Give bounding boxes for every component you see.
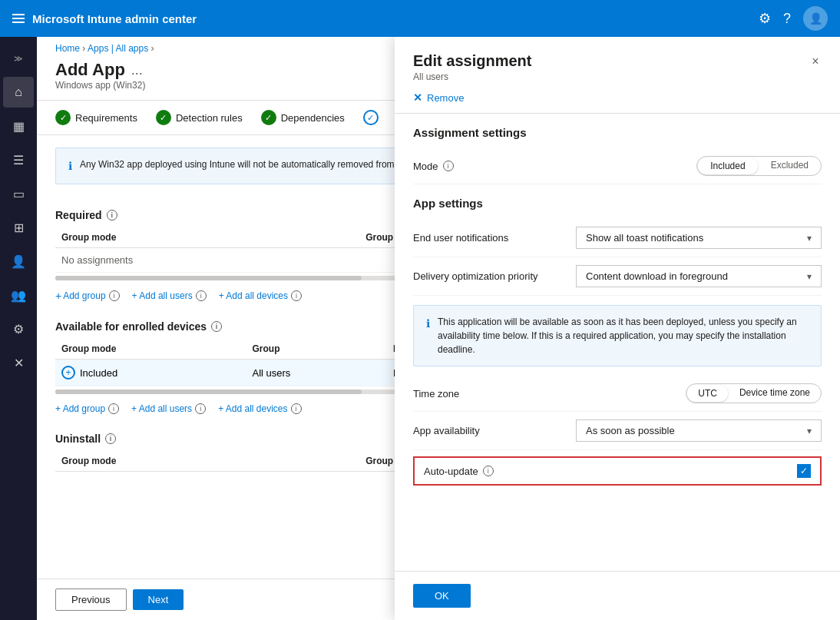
col-group-mode-avail: Group mode — [55, 339, 246, 360]
step-check-requirements: ✓ — [55, 110, 71, 125]
add-group-avail[interactable]: + Add group i — [55, 403, 119, 414]
remove-x-icon: ✕ — [413, 91, 422, 104]
edit-assignment-panel: Edit assignment All users × ✕ Remove Ass… — [395, 37, 840, 620]
page-more-options[interactable]: ... — [131, 62, 143, 78]
sidebar-item-list[interactable]: ☰ — [3, 144, 34, 175]
breadcrumb-home[interactable]: Home — [55, 43, 80, 54]
next-button[interactable]: Next — [133, 589, 184, 610]
delivery-dropdown[interactable]: Content download in foreground ▾ — [576, 265, 822, 287]
col-group-mode-req: Group mode — [55, 227, 359, 248]
mode-toggle[interactable]: Included Excluded — [696, 156, 822, 176]
app-title: Microsoft Intune admin center — [32, 12, 197, 25]
settings-icon[interactable]: ⚙ — [759, 10, 771, 27]
add-all-users-req[interactable]: + Add all users i — [132, 290, 207, 302]
availability-label: App availability — [413, 425, 480, 436]
delivery-chevron-icon: ▾ — [807, 271, 812, 282]
tz-utc[interactable]: UTC — [687, 385, 728, 402]
panel-subtitle: All users — [413, 71, 822, 82]
included-badge: + Included — [61, 366, 240, 380]
add-all-devices-req-info[interactable]: i — [291, 290, 302, 301]
no-assignments-req: No assignments — [61, 248, 133, 272]
panel-body: Assignment settings Mode i Included Excl… — [395, 114, 840, 571]
sidebar-item-expand[interactable]: ≫ — [3, 43, 34, 74]
help-icon[interactable]: ? — [783, 11, 791, 27]
panel-footer: OK — [395, 571, 840, 620]
step-current-indicator: ✓ — [363, 110, 379, 125]
add-all-users-avail-info[interactable]: i — [195, 403, 206, 414]
sidebar-item-home[interactable]: ⌂ — [3, 77, 34, 108]
required-info-icon[interactable]: i — [107, 210, 117, 220]
timezone-toggle[interactable]: UTC Device time zone — [686, 383, 822, 403]
notifications-chevron-icon: ▾ — [807, 233, 812, 244]
autoupdate-checkbox[interactable]: ✓ — [797, 464, 811, 478]
remove-button[interactable]: ✕ Remove — [395, 82, 840, 114]
notifications-setting-row: End user notifications Show all toast no… — [413, 219, 822, 257]
notifications-label: End user notifications — [413, 232, 508, 244]
col-group-avail: Group — [246, 339, 387, 360]
sidebar-item-grid[interactable]: ⊞ — [3, 212, 34, 243]
top-bar: Microsoft Intune admin center ⚙ ? 👤 — [0, 0, 840, 37]
assignment-settings-title: Assignment settings — [413, 114, 822, 148]
autoupdate-label: Auto-update i — [424, 466, 494, 477]
mode-label: Mode i — [413, 161, 454, 172]
add-group-avail-info[interactable]: i — [108, 403, 119, 414]
availability-info-box: ℹ This application will be available as … — [413, 305, 822, 366]
add-all-devices-avail[interactable]: + Add all devices i — [218, 403, 301, 414]
timezone-label: Time zone — [413, 388, 459, 400]
availability-info-icon: ℹ — [426, 316, 430, 356]
sidebar-item-devices[interactable]: ▭ — [3, 178, 34, 209]
availability-setting-row: App availability As soon as possible ▾ — [413, 412, 822, 450]
page-title: Add App — [55, 60, 125, 80]
panel-title: Edit assignment — [413, 52, 822, 70]
notifications-dropdown[interactable]: Show all toast notifications ▾ — [576, 227, 822, 249]
add-all-users-req-info[interactable]: i — [196, 290, 207, 301]
included-circle-icon: + — [61, 366, 75, 380]
delivery-label: Delivery optimization priority — [413, 270, 538, 282]
panel-close-button[interactable]: × — [803, 49, 828, 74]
availability-chevron-icon: ▾ — [807, 426, 812, 436]
add-group-req-info[interactable]: i — [109, 290, 120, 301]
sidebar-item-users[interactable]: 👤 — [3, 246, 34, 277]
app-settings-title: App settings — [413, 184, 822, 219]
timezone-setting-row: Time zone UTC Device time zone — [413, 376, 822, 412]
page-subtitle: Windows app (Win32) — [55, 80, 145, 91]
add-all-users-avail[interactable]: + Add all users i — [131, 403, 206, 414]
add-all-devices-req[interactable]: + Add all devices i — [219, 290, 302, 302]
sidebar-item-groups[interactable]: 👥 — [3, 280, 34, 310]
breadcrumb-apps[interactable]: Apps | All apps — [88, 43, 148, 54]
col-group-mode-uninst: Group mode — [55, 451, 359, 472]
ok-button[interactable]: OK — [413, 584, 471, 608]
add-group-req[interactable]: + Add group i — [55, 290, 120, 302]
autoupdate-row: Auto-update i ✓ — [413, 456, 822, 486]
delivery-setting-row: Delivery optimization priority Content d… — [413, 257, 822, 296]
menu-icon[interactable] — [12, 14, 25, 23]
info-banner-icon: ℹ — [68, 158, 72, 174]
sidebar: ≫ ⌂ ▦ ☰ ▭ ⊞ 👤 👥 ⚙ ✕ — [0, 37, 37, 620]
panel-header: Edit assignment All users × — [395, 37, 840, 82]
sidebar-item-dashboard[interactable]: ▦ — [3, 111, 34, 141]
step-detection-rules: ✓ Detection rules — [156, 110, 243, 125]
sidebar-item-settings[interactable]: ⚙ — [3, 313, 34, 344]
previous-button[interactable]: Previous — [55, 589, 127, 611]
step-requirements: ✓ Requirements — [55, 110, 137, 125]
step-dependencies: ✓ Dependencies — [261, 110, 345, 125]
add-all-devices-avail-info[interactable]: i — [291, 403, 302, 414]
available-info-icon[interactable]: i — [211, 321, 222, 332]
availability-dropdown[interactable]: As soon as possible ▾ — [576, 419, 822, 442]
mode-included[interactable]: Included — [698, 157, 757, 174]
mode-setting-row: Mode i Included Excluded — [413, 148, 822, 184]
step-check-dependencies: ✓ — [261, 110, 276, 125]
avatar[interactable]: 👤 — [803, 6, 828, 31]
uninstall-info-icon[interactable]: i — [105, 433, 116, 444]
autoupdate-info-icon[interactable]: i — [483, 466, 494, 476]
tz-device[interactable]: Device time zone — [729, 384, 821, 403]
step-check-detection: ✓ — [156, 110, 171, 125]
mode-info-icon[interactable]: i — [443, 161, 454, 171]
mode-excluded[interactable]: Excluded — [759, 157, 821, 175]
sidebar-item-tools[interactable]: ✕ — [3, 347, 34, 378]
